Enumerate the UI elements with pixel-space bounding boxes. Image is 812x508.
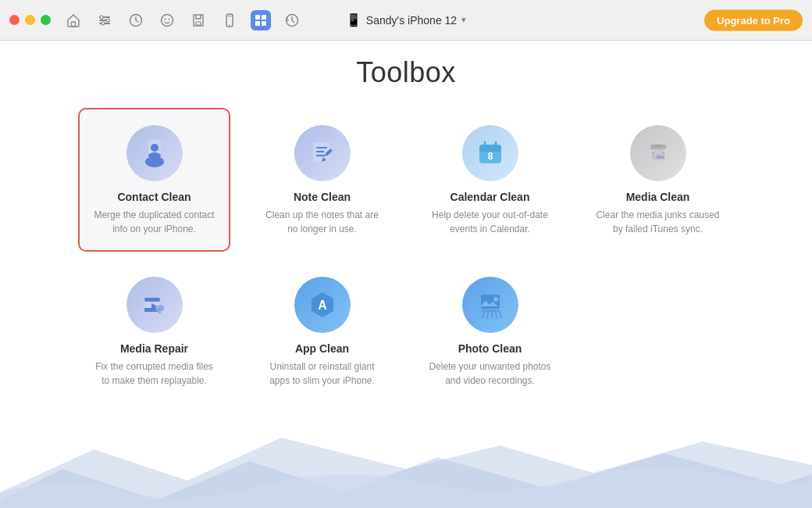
svg-rect-49 [481,295,500,309]
svg-point-13 [229,24,230,26]
clock-nav-icon[interactable] [126,10,146,30]
device-chevron-icon: ▾ [461,15,466,25]
svg-rect-40 [652,156,654,157]
photo-clean-name: Photo Clean [458,342,522,355]
svg-text:8: 8 [487,151,493,162]
svg-point-4 [100,16,103,19]
svg-rect-28 [316,155,326,156]
svg-rect-11 [196,22,201,25]
tool-calendar-clean[interactable]: 8 Calendar Clean Help delete your out-of… [414,108,566,252]
svg-point-23 [151,144,158,152]
tool-photo-clean[interactable]: Photo Clean Delete your unwanted photos … [414,259,566,403]
tool-app-clean[interactable]: A App Clean Uninstall or reinstall giant… [246,259,398,403]
svg-point-6 [102,22,105,25]
media-repair-icon [126,277,183,333]
note-clean-desc: Clean up the notes that are no longer in… [260,208,384,236]
app-clean-desc: Uninstall or reinstall giant apps to sli… [260,360,384,388]
svg-rect-39 [652,152,654,154]
svg-rect-27 [316,151,324,152]
contact-clean-icon [126,125,183,181]
app-clean-name: App Clean [295,342,349,355]
photo-clean-desc: Delete your unwanted photos and video re… [428,360,552,388]
app-clean-icon: A [294,277,351,333]
tool-contact-clean[interactable]: Contact Clean Merge the duplicated conta… [78,108,230,252]
note-clean-icon [294,125,351,181]
bottom-decoration [0,422,812,508]
device-selector[interactable]: 📱 Sandy's iPhone 12 ▾ [346,13,466,27]
svg-text:A: A [318,299,327,312]
page-title: Toolbox [356,56,456,89]
svg-rect-0 [72,22,76,27]
window-controls [9,15,51,25]
upgrade-button[interactable]: Upgrade to Pro [704,9,803,30]
titlebar: 📱 Sandy's iPhone 12 ▾ Upgrade to Pro [0,0,812,41]
device-phone-icon: 📱 [346,13,361,27]
svg-rect-41 [662,152,664,154]
svg-point-10 [169,18,170,20]
svg-point-8 [162,14,173,26]
device-name: Sandy's iPhone 12 [366,14,457,27]
tool-note-clean[interactable]: Note Clean Clean up the notes that are n… [246,108,398,252]
media-repair-desc: Fix the corrupted media files to make th… [92,360,216,388]
svg-rect-17 [255,21,260,26]
history-nav-icon[interactable] [282,10,302,30]
contact-clean-desc: Merge the duplicated contact info on you… [92,208,216,236]
tools-nav-icon[interactable] [94,10,115,30]
media-clean-name: Media Clean [626,191,690,203]
svg-line-52 [483,312,484,318]
svg-point-50 [493,297,498,302]
tool-grid: Contact Clean Merge the duplicated conta… [31,108,781,403]
svg-rect-18 [262,21,266,26]
svg-rect-26 [316,147,327,148]
svg-line-53 [487,312,488,318]
minimize-button[interactable] [25,15,35,25]
calendar-clean-name: Calendar Clean [451,191,530,203]
phone-nav-icon[interactable] [219,10,240,30]
svg-point-24 [148,152,161,159]
media-clean-desc: Clear the media junks caused by failed i… [596,208,720,236]
grid-nav-icon[interactable] [251,10,271,30]
svg-line-55 [496,312,497,318]
calendar-clean-icon: 8 [462,125,518,181]
save-nav-icon[interactable] [188,10,208,30]
svg-rect-16 [262,15,266,20]
photo-clean-icon [462,277,518,333]
media-clean-icon [630,125,686,181]
tool-media-repair[interactable]: Media Repair Fix the corrupted media fil… [78,259,230,403]
close-button[interactable] [9,15,20,25]
nav-icons [63,10,302,30]
maximize-button[interactable] [41,15,51,25]
svg-rect-38 [655,145,661,147]
main-content: Toolbox Contact Clean Merge the duplicat… [0,41,812,508]
svg-rect-15 [255,15,260,20]
media-repair-name: Media Repair [120,342,188,355]
svg-line-56 [500,312,501,318]
tool-media-clean[interactable]: Media Clean Clear the media junks caused… [582,108,734,252]
svg-rect-44 [144,298,160,302]
contact-clean-name: Contact Clean [117,191,191,203]
face-nav-icon[interactable] [157,10,177,30]
svg-point-5 [106,19,109,22]
home-nav-icon[interactable] [63,10,84,30]
calendar-clean-desc: Help delete your out-of-date events in C… [428,208,552,236]
note-clean-name: Note Clean [294,191,351,203]
svg-point-9 [165,18,166,20]
